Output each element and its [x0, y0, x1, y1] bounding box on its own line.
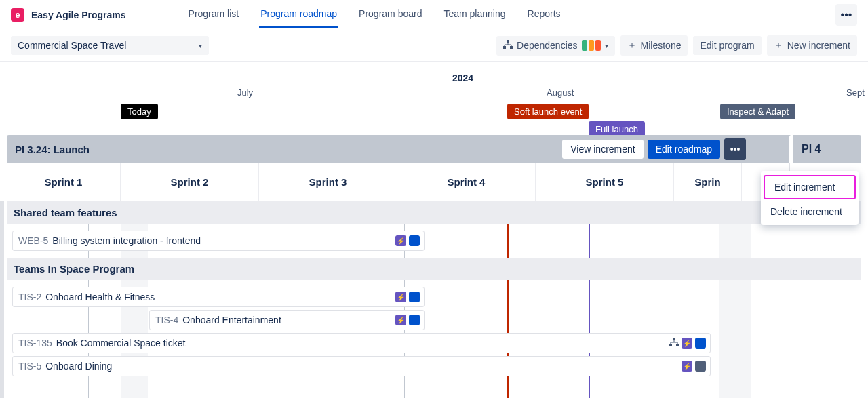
month-july: July [237, 87, 253, 98]
svg-rect-2 [510, 46, 513, 49]
pi-title: PI 3.24: Launch [15, 144, 90, 155]
status-icon [409, 292, 420, 302]
nav-reports[interactable]: Reports [526, 1, 562, 28]
issue-summary: Onboard Dining [45, 361, 112, 372]
issue-bar-tis5[interactable]: TIS-5 Onboard Dining ⚡ [12, 356, 711, 376]
epic-icon: ⚡ [395, 315, 406, 325]
edit-program-label: Edit program [700, 40, 754, 51]
sprint-1[interactable]: Sprint 1 [7, 163, 121, 201]
hierarchy-icon [669, 338, 679, 349]
shared-rows: WEB-5 Billing system integration - front… [7, 224, 861, 258]
pi-more-button[interactable]: ••• [724, 138, 746, 160]
dependencies-label: Dependencies [517, 40, 578, 51]
nav-team-planning[interactable]: Team planning [442, 1, 507, 28]
edit-program-button[interactable]: Edit program [693, 36, 761, 55]
month-september: Sept [846, 87, 865, 98]
edit-roadmap-button[interactable]: Edit roadmap [648, 140, 720, 159]
today-marker[interactable]: Today [121, 104, 158, 119]
view-increment-button[interactable]: View increment [562, 140, 643, 159]
inspect-adapt-marker[interactable]: Inspect & Adapt [720, 104, 795, 119]
section-shared-features: Shared team features [7, 201, 861, 224]
menu-edit-increment[interactable]: Edit increment [764, 175, 856, 199]
issue-key: TIS-2 [18, 292, 41, 302]
svg-rect-5 [676, 344, 679, 346]
chevron-down-icon: ▾ [605, 42, 608, 49]
epic-icon: ⚡ [395, 292, 406, 302]
issue-summary: Onboard Health & Fitness [45, 292, 155, 302]
nav-program-list[interactable]: Program list [187, 1, 241, 28]
sprint-4[interactable]: Sprint 4 [397, 163, 536, 201]
menu-delete-increment[interactable]: Delete increment [761, 201, 859, 222]
milestone-markers: Today Soft launch event Full launch Insp… [0, 101, 868, 135]
chevron-down-icon: ▾ [199, 42, 202, 49]
svg-rect-1 [503, 46, 506, 49]
status-icon [695, 338, 706, 349]
svg-rect-0 [507, 40, 509, 43]
status-icon [695, 361, 706, 372]
program-selector-label: Commercial Space Travel [18, 40, 126, 51]
dependency-status-chips [582, 40, 601, 51]
ellipsis-icon: ••• [730, 144, 741, 155]
issue-bar-tis135[interactable]: TIS-135 Book Commercial Space ticket ⚡ [12, 333, 711, 353]
plus-icon: ＋ [774, 39, 783, 52]
svg-rect-4 [669, 344, 672, 346]
pi4-header[interactable]: PI 4 [789, 135, 854, 163]
dep-chip-orange [589, 40, 594, 51]
svg-rect-3 [673, 338, 675, 340]
issue-bar-tis2[interactable]: TIS-2 Onboard Health & Fitness ⚡ [12, 287, 425, 307]
timeline-months: July August Sept [0, 87, 868, 101]
sprint-3[interactable]: Sprint 3 [259, 163, 397, 201]
milestone-label: Milestone [641, 40, 682, 51]
new-increment-button[interactable]: ＋ New increment [767, 35, 857, 56]
issue-summary: Onboard Entertainment [182, 315, 281, 325]
issue-key: TIS-135 [18, 338, 52, 349]
month-august: August [547, 87, 574, 98]
issue-key: WEB-5 [18, 235, 48, 246]
issue-key: TIS-5 [18, 361, 41, 372]
status-icon [409, 315, 420, 325]
program-rows: TIS-2 Onboard Health & Fitness ⚡ TIS-4 O… [7, 280, 861, 383]
ellipsis-icon: ••• [841, 9, 852, 21]
pi-header: PI 3.24: Launch View increment Edit road… [7, 135, 861, 163]
issue-bar-tis4[interactable]: TIS-4 Onboard Entertainment ⚡ [149, 310, 425, 330]
left-gutter [0, 201, 5, 398]
issue-summary: Billing system integration - frontend [52, 235, 201, 246]
new-increment-label: New increment [787, 40, 850, 51]
app-logo: e [11, 8, 24, 22]
dependencies-button[interactable]: Dependencies ▾ [496, 36, 615, 56]
pi-actions: View increment Edit roadmap ••• [562, 138, 746, 160]
top-bar: e Easy Agile Programs Program list Progr… [0, 0, 868, 30]
plus-icon: ＋ [627, 39, 637, 52]
nav-program-roadmap[interactable]: Program roadmap [259, 1, 338, 28]
app-title: Easy Agile Programs [31, 9, 126, 20]
epic-icon: ⚡ [682, 361, 692, 372]
dep-chip-green [582, 40, 587, 51]
increment-context-menu: Edit increment Delete increment [761, 171, 859, 225]
epic-icon: ⚡ [395, 235, 406, 246]
timeline-year: 2024 [58, 73, 868, 83]
issue-key: TIS-4 [155, 315, 178, 325]
status-icon [409, 235, 420, 246]
dep-chip-red [595, 40, 601, 51]
sprint-5[interactable]: Sprint 5 [536, 163, 674, 201]
issue-summary: Book Commercial Space ticket [56, 338, 186, 349]
nav-program-board[interactable]: Program board [357, 1, 423, 28]
sprint-columns: Sprint 1 Sprint 2 Sprint 3 Sprint 4 Spri… [7, 163, 861, 201]
epic-icon: ⚡ [682, 338, 692, 349]
timeline-area: 2024 July August Sept Today Soft launch … [0, 62, 868, 398]
more-menu-button[interactable]: ••• [835, 4, 857, 26]
toolbar: Commercial Space Travel ▾ Dependencies ▾… [0, 30, 868, 62]
milestone-button[interactable]: ＋ Milestone [620, 35, 688, 56]
main-nav: Program list Program roadmap Program boa… [187, 1, 562, 28]
issue-bar-web5[interactable]: WEB-5 Billing system integration - front… [12, 231, 425, 251]
soft-launch-marker[interactable]: Soft launch event [507, 104, 589, 119]
sprint-2[interactable]: Sprint 2 [121, 163, 259, 201]
section-program: Teams In Space Program [7, 258, 861, 280]
program-selector[interactable]: Commercial Space Travel ▾ [11, 36, 209, 55]
hierarchy-icon [503, 40, 513, 52]
sprint-6[interactable]: Sprin [674, 163, 742, 201]
